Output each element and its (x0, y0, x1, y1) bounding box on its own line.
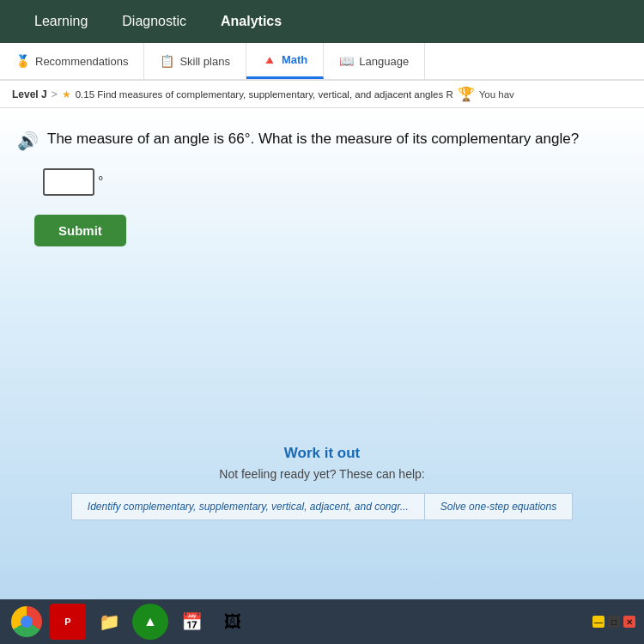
breadcrumb: Level J > ★ 0.15 Find measures of comple… (0, 81, 644, 108)
sec-nav-skill-plans[interactable]: 📋 Skill plans (144, 43, 246, 79)
breadcrumb-level: Level J (12, 88, 47, 100)
minimize-button[interactable]: — (592, 616, 605, 628)
sec-nav-language[interactable]: 📖 Language (324, 43, 425, 79)
nav-analytics[interactable]: Analytics (204, 0, 299, 43)
recommendations-icon: 🏅 (15, 54, 30, 68)
nav-diagnostic[interactable]: Diagnostic (105, 0, 204, 43)
breadcrumb-skill: 0.15 Find measures of complementary, sup… (76, 89, 453, 100)
main-content: 🔊 The measure of an angle is 66°. What i… (0, 108, 644, 606)
nav-learning[interactable]: Learning (17, 0, 105, 43)
work-it-out-title[interactable]: Work it out (0, 445, 644, 462)
breadcrumb-star: ★ (62, 88, 71, 100)
taskbar-math[interactable]: ▲ (132, 604, 168, 640)
top-navigation: Learning Diagnostic Analytics (0, 0, 644, 43)
work-it-out-section: Work it out Not feeling ready yet? These… (0, 445, 644, 520)
taskbar-files[interactable]: 📁 (91, 604, 127, 640)
close-button[interactable]: ✕ (623, 616, 635, 628)
math-label: Math (282, 53, 307, 66)
breadcrumb-you-have: You hav (479, 89, 514, 100)
degree-symbol: ° (98, 174, 103, 190)
taskbar-chrome[interactable] (9, 604, 45, 640)
sec-nav-math[interactable]: 🔺 Math (246, 43, 324, 79)
submit-button[interactable]: Submit (34, 215, 126, 246)
speaker-icon[interactable]: 🔊 (17, 131, 39, 151)
trophy-icon: 🏆 (458, 86, 475, 102)
secondary-navigation: 🏅 Recommendations 📋 Skill plans 🔺 Math 📖… (0, 43, 644, 81)
language-label: Language (359, 55, 409, 68)
work-it-out-links: Identify complementary, supplementary, v… (0, 493, 644, 520)
maximize-button[interactable]: □ (608, 616, 620, 628)
breadcrumb-chevron: > (52, 88, 58, 100)
sec-nav-recommendations[interactable]: 🏅 Recommendations (0, 43, 144, 79)
work-it-out-subtitle: Not feeling ready yet? These can help: (0, 467, 644, 481)
answer-input[interactable] (43, 168, 94, 196)
taskbar-photos[interactable]: 🖼 (215, 604, 251, 640)
language-icon: 📖 (339, 54, 354, 68)
math-icon: 🔺 (262, 53, 276, 67)
taskbar-pearson[interactable]: P (50, 604, 86, 640)
question-text: The measure of an angle is 66°. What is … (47, 129, 579, 149)
question-row: 🔊 The measure of an angle is 66°. What i… (17, 129, 627, 151)
skill-plans-label: Skill plans (179, 55, 230, 68)
taskbar: P 📁 ▲ 📅 🖼 — □ ✕ (0, 599, 644, 644)
wio-link-1[interactable]: Identify complementary, supplementary, v… (71, 493, 424, 520)
skill-plans-icon: 📋 (160, 54, 174, 68)
window-controls: — □ ✕ (592, 616, 635, 628)
wio-link-2[interactable]: Solve one-step equations (424, 493, 573, 520)
taskbar-calendar[interactable]: 📅 (173, 604, 210, 640)
answer-row: ° (43, 168, 627, 196)
chrome-icon (11, 606, 42, 637)
recommendations-label: Recommendations (35, 55, 128, 68)
